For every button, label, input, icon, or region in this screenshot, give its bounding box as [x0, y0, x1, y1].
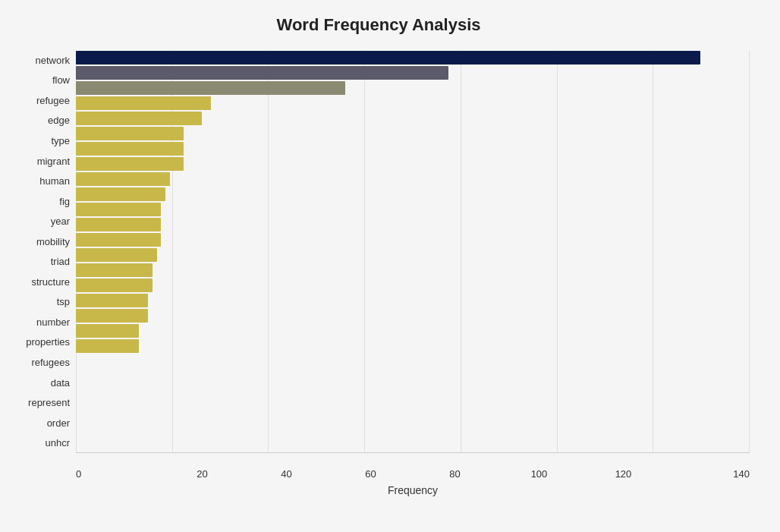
- y-label-refugees: refugees: [31, 357, 70, 367]
- bar-triad: [76, 203, 161, 216]
- y-label-properties: properties: [26, 337, 70, 347]
- x-tick-40: 40: [244, 468, 329, 480]
- y-label-represent: represent: [28, 398, 70, 408]
- bar-type: [76, 112, 202, 125]
- x-tick-140: 140: [665, 468, 750, 480]
- x-tick-80: 80: [413, 468, 497, 480]
- y-label-number: number: [36, 317, 70, 327]
- bar-row-human: [76, 141, 750, 156]
- chart-title: Word Frequency Analysis: [8, 15, 750, 35]
- x-axis-label: Frequency: [76, 484, 750, 496]
- bar-row-properties: [76, 263, 750, 278]
- x-axis-line: [76, 452, 750, 453]
- bar-row-edge: [76, 96, 750, 111]
- y-label-year: year: [51, 216, 70, 226]
- bar-row-number: [76, 247, 750, 263]
- bar-row-flow: [76, 65, 750, 80]
- bar-year: [76, 172, 170, 186]
- bar-refugees: [76, 279, 153, 292]
- bar-mobility: [76, 187, 165, 201]
- bar-fig: [76, 157, 184, 171]
- bar-row-tsp: [76, 232, 750, 247]
- bar-migrant: [76, 127, 184, 140]
- y-label-order: order: [47, 418, 70, 428]
- bar-properties: [76, 263, 153, 277]
- bar-row-network: [76, 50, 750, 65]
- bar-refugee: [76, 81, 345, 95]
- bar-represent: [76, 309, 148, 323]
- y-label-data: data: [51, 378, 70, 388]
- chart-container: Word Frequency Analysis networkflowrefug…: [0, 0, 780, 532]
- bar-unhcr: [76, 339, 139, 353]
- bar-number: [76, 248, 157, 262]
- y-label-unhcr: unhcr: [45, 438, 70, 448]
- bar-row-type: [76, 111, 750, 126]
- bars-wrapper: [76, 50, 750, 354]
- x-tick-0: 0: [76, 468, 160, 480]
- x-axis-ticks: 020406080100120140: [76, 468, 750, 480]
- bar-row-structure: [76, 217, 750, 232]
- y-label-refugee: refugee: [36, 96, 70, 105]
- y-label-mobility: mobility: [36, 237, 70, 247]
- bar-row-order: [76, 323, 750, 338]
- bars-area: [76, 50, 750, 453]
- bar-data: [76, 294, 148, 307]
- bar-row-represent: [76, 308, 750, 323]
- bar-edge: [76, 96, 211, 110]
- bar-row-refugees: [76, 278, 750, 293]
- bar-network: [76, 51, 700, 65]
- bar-human: [76, 142, 184, 156]
- bar-row-migrant: [76, 126, 750, 141]
- bar-order: [76, 324, 139, 338]
- bar-row-triad: [76, 202, 750, 217]
- y-label-type: type: [51, 136, 70, 146]
- y-label-triad: triad: [51, 257, 70, 266]
- bar-row-fig: [76, 156, 750, 172]
- y-label-tsp: tsp: [57, 297, 70, 307]
- x-tick-60: 60: [329, 468, 413, 480]
- y-label-flow: flow: [52, 75, 70, 85]
- y-label-network: network: [35, 55, 70, 65]
- x-tick-120: 120: [581, 468, 665, 480]
- y-label-structure: structure: [31, 277, 70, 287]
- y-label-human: human: [39, 176, 70, 186]
- y-label-migrant: migrant: [37, 156, 70, 166]
- bar-row-unhcr: [76, 338, 750, 354]
- x-tick-100: 100: [497, 468, 581, 480]
- y-labels: networkflowrefugeeedgetypemigranthumanfi…: [8, 50, 76, 453]
- bar-row-refugee: [76, 80, 750, 96]
- y-label-edge: edge: [48, 115, 70, 125]
- bar-flow: [76, 66, 448, 80]
- bar-tsp: [76, 233, 161, 247]
- y-label-fig: fig: [59, 197, 70, 206]
- x-tick-20: 20: [160, 468, 244, 480]
- bar-row-year: [76, 172, 750, 187]
- bar-row-mobility: [76, 187, 750, 202]
- bar-structure: [76, 218, 161, 231]
- bar-row-data: [76, 293, 750, 308]
